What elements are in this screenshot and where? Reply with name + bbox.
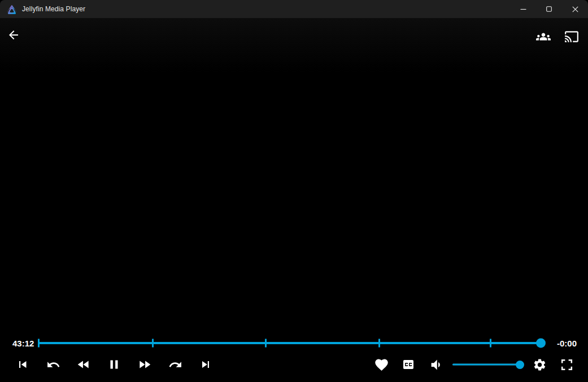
volume-slider[interactable]: [452, 360, 521, 369]
video-player: 43:12 -0:00: [0, 18, 588, 382]
window-title: Jellyfin Media Player: [22, 5, 85, 13]
close-button[interactable]: [562, 0, 588, 18]
undo-icon: [46, 358, 60, 372]
seek-thumb[interactable]: [536, 339, 546, 348]
fast-forward-icon: [137, 357, 152, 372]
titlebar[interactable]: Jellyfin Media Player: [0, 0, 588, 18]
progress-row: 43:12 -0:00: [0, 337, 588, 349]
volume-thumb[interactable]: [516, 361, 524, 369]
window-controls: [510, 0, 588, 18]
arrow-back-icon: [7, 28, 20, 42]
syncplay-group-icon: [536, 29, 551, 44]
transport-controls: [7, 352, 221, 377]
next-track-button[interactable]: [190, 352, 221, 377]
volume-track: [452, 364, 521, 366]
fullscreen-button[interactable]: [553, 352, 580, 377]
previous-track-button[interactable]: [7, 352, 38, 377]
app-window: Jellyfin Media Player: [0, 0, 588, 382]
fullscreen-icon: [560, 358, 574, 372]
back-button[interactable]: [7, 28, 20, 42]
settings-gear-icon: [533, 358, 547, 372]
volume-button[interactable]: [422, 352, 449, 377]
chapter-marker[interactable]: [265, 339, 267, 348]
chapter-marker[interactable]: [38, 339, 40, 348]
maximize-icon: [546, 6, 552, 12]
titlebar-left: Jellyfin Media Player: [0, 4, 85, 14]
current-time: 43:12: [12, 339, 34, 348]
video-surface[interactable]: [0, 18, 588, 382]
volume-fill: [452, 364, 521, 366]
redo-icon: [168, 358, 182, 372]
fast-rewind-icon: [76, 357, 91, 372]
rewind-seconds-button[interactable]: [38, 352, 68, 377]
skip-next-icon: [199, 358, 212, 371]
syncplay-button[interactable]: [536, 29, 551, 44]
osd-top-right: [536, 28, 579, 44]
forward-seconds-button[interactable]: [160, 352, 190, 377]
minimize-button[interactable]: [510, 0, 536, 18]
cast-button[interactable]: [564, 29, 579, 44]
chapter-marker[interactable]: [490, 339, 491, 348]
pause-button[interactable]: [99, 352, 129, 377]
heart-icon: [374, 357, 389, 372]
osd-bottom: 43:12 -0:00: [0, 337, 588, 382]
osd-top: [0, 18, 588, 72]
maximize-button[interactable]: [536, 0, 562, 18]
fast-rewind-button[interactable]: [68, 352, 99, 377]
chapter-marker[interactable]: [152, 339, 154, 348]
closed-captions-icon: [402, 358, 415, 371]
seek-track: [38, 342, 541, 344]
settings-button[interactable]: [526, 352, 553, 377]
volume-icon: [428, 357, 443, 372]
minimize-icon: [520, 6, 526, 12]
remaining-time: -0:00: [552, 339, 577, 348]
skip-previous-icon: [16, 358, 29, 371]
cast-icon: [564, 29, 579, 44]
subtitles-button[interactable]: [395, 352, 422, 377]
secondary-controls: [368, 352, 574, 377]
controls-row: [0, 352, 588, 377]
chapter-marker[interactable]: [378, 339, 380, 348]
pause-icon: [107, 357, 121, 372]
seek-fill: [38, 342, 541, 344]
jellyfin-logo-icon: [7, 4, 17, 14]
seek-bar[interactable]: [38, 339, 545, 348]
favorite-button[interactable]: [368, 352, 395, 377]
close-icon: [572, 6, 578, 12]
fast-forward-button[interactable]: [129, 352, 160, 377]
